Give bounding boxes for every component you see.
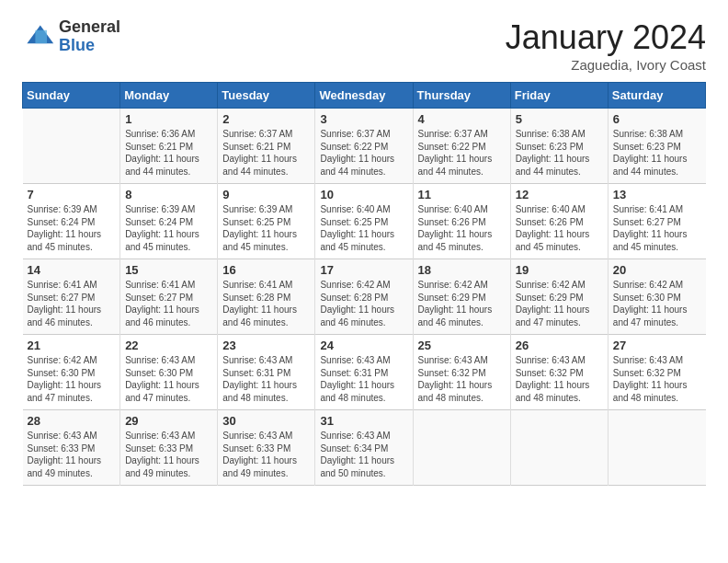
location-title: Zaguedia, Ivory Coast <box>506 57 706 73</box>
calendar-cell: 26Sunrise: 6:43 AMSunset: 6:32 PMDayligh… <box>510 335 608 410</box>
calendar-week-row: 1Sunrise: 6:36 AMSunset: 6:21 PMDaylight… <box>23 109 706 184</box>
month-title: January 2024 <box>506 18 706 57</box>
header: General Blue January 2024 Zaguedia, Ivor… <box>22 18 706 73</box>
day-info: Sunrise: 6:38 AMSunset: 6:23 PMDaylight:… <box>516 128 603 178</box>
day-info: Sunrise: 6:37 AMSunset: 6:22 PMDaylight:… <box>320 128 407 178</box>
calendar-cell <box>510 410 608 486</box>
day-number: 5 <box>516 112 603 126</box>
col-tuesday: Tuesday <box>218 83 315 109</box>
logo-icon <box>22 20 55 53</box>
title-block: January 2024 Zaguedia, Ivory Coast <box>506 18 706 73</box>
day-info: Sunrise: 6:40 AMSunset: 6:25 PMDaylight:… <box>320 203 407 253</box>
day-info: Sunrise: 6:42 AMSunset: 6:30 PMDaylight:… <box>613 279 701 328</box>
day-number: 12 <box>516 188 603 201</box>
day-info: Sunrise: 6:41 AMSunset: 6:27 PMDaylight:… <box>125 279 212 328</box>
calendar-cell: 25Sunrise: 6:43 AMSunset: 6:32 PMDayligh… <box>413 335 510 410</box>
day-number: 25 <box>418 339 506 352</box>
day-number: 14 <box>28 263 116 277</box>
calendar-cell <box>608 410 705 486</box>
day-info: Sunrise: 6:43 AMSunset: 6:33 PMDaylight:… <box>125 430 212 479</box>
day-info: Sunrise: 6:41 AMSunset: 6:28 PMDaylight:… <box>222 279 310 328</box>
day-number: 31 <box>320 414 407 428</box>
day-info: Sunrise: 6:36 AMSunset: 6:21 PMDaylight:… <box>125 128 212 178</box>
col-friday: Friday <box>510 83 608 109</box>
calendar-cell: 17Sunrise: 6:42 AMSunset: 6:28 PMDayligh… <box>315 259 413 335</box>
calendar-table: Sunday Monday Tuesday Wednesday Thursday… <box>22 82 706 486</box>
day-info: Sunrise: 6:39 AMSunset: 6:24 PMDaylight:… <box>28 203 116 253</box>
day-info: Sunrise: 6:38 AMSunset: 6:23 PMDaylight:… <box>613 128 701 178</box>
calendar-header: Sunday Monday Tuesday Wednesday Thursday… <box>23 83 706 109</box>
col-monday: Monday <box>120 83 218 109</box>
calendar-cell: 2Sunrise: 6:37 AMSunset: 6:21 PMDaylight… <box>218 109 315 184</box>
day-number: 20 <box>613 263 701 277</box>
logo-general-text: General <box>59 18 120 37</box>
day-info: Sunrise: 6:43 AMSunset: 6:31 PMDaylight:… <box>222 354 310 404</box>
logo-text: General Blue <box>59 18 120 55</box>
day-number: 19 <box>516 263 603 277</box>
day-number: 21 <box>28 339 116 352</box>
day-info: Sunrise: 6:39 AMSunset: 6:25 PMDaylight:… <box>222 203 310 253</box>
svg-marker-1 <box>35 30 47 43</box>
day-info: Sunrise: 6:42 AMSunset: 6:28 PMDaylight:… <box>320 279 407 328</box>
calendar-cell: 13Sunrise: 6:41 AMSunset: 6:27 PMDayligh… <box>608 184 705 259</box>
calendar-cell: 14Sunrise: 6:41 AMSunset: 6:27 PMDayligh… <box>23 259 120 335</box>
calendar-cell: 15Sunrise: 6:41 AMSunset: 6:27 PMDayligh… <box>120 259 218 335</box>
day-info: Sunrise: 6:43 AMSunset: 6:31 PMDaylight:… <box>320 354 407 404</box>
day-number: 1 <box>125 112 212 126</box>
day-number: 24 <box>320 339 407 352</box>
calendar-cell: 3Sunrise: 6:37 AMSunset: 6:22 PMDaylight… <box>315 109 413 184</box>
col-saturday: Saturday <box>608 83 705 109</box>
calendar-cell: 29Sunrise: 6:43 AMSunset: 6:33 PMDayligh… <box>120 410 218 486</box>
day-number: 3 <box>320 112 407 126</box>
day-number: 15 <box>125 263 212 277</box>
calendar-week-row: 21Sunrise: 6:42 AMSunset: 6:30 PMDayligh… <box>23 335 706 410</box>
day-info: Sunrise: 6:42 AMSunset: 6:29 PMDaylight:… <box>516 279 603 328</box>
day-info: Sunrise: 6:42 AMSunset: 6:30 PMDaylight:… <box>28 354 116 404</box>
day-info: Sunrise: 6:43 AMSunset: 6:34 PMDaylight:… <box>320 430 407 479</box>
calendar-cell: 7Sunrise: 6:39 AMSunset: 6:24 PMDaylight… <box>23 184 120 259</box>
calendar-week-row: 7Sunrise: 6:39 AMSunset: 6:24 PMDaylight… <box>23 184 706 259</box>
day-info: Sunrise: 6:40 AMSunset: 6:26 PMDaylight:… <box>516 203 603 253</box>
calendar-cell: 9Sunrise: 6:39 AMSunset: 6:25 PMDaylight… <box>218 184 315 259</box>
day-number: 9 <box>222 188 310 201</box>
calendar-cell: 21Sunrise: 6:42 AMSunset: 6:30 PMDayligh… <box>23 335 120 410</box>
day-number: 10 <box>320 188 407 201</box>
calendar-cell: 16Sunrise: 6:41 AMSunset: 6:28 PMDayligh… <box>218 259 315 335</box>
calendar-cell: 1Sunrise: 6:36 AMSunset: 6:21 PMDaylight… <box>120 109 218 184</box>
day-number: 26 <box>516 339 603 352</box>
day-number: 22 <box>125 339 212 352</box>
calendar-cell: 24Sunrise: 6:43 AMSunset: 6:31 PMDayligh… <box>315 335 413 410</box>
calendar-cell: 19Sunrise: 6:42 AMSunset: 6:29 PMDayligh… <box>510 259 608 335</box>
calendar-cell: 28Sunrise: 6:43 AMSunset: 6:33 PMDayligh… <box>23 410 120 486</box>
day-info: Sunrise: 6:37 AMSunset: 6:22 PMDaylight:… <box>418 128 506 178</box>
calendar-cell: 23Sunrise: 6:43 AMSunset: 6:31 PMDayligh… <box>218 335 315 410</box>
calendar-cell: 27Sunrise: 6:43 AMSunset: 6:32 PMDayligh… <box>608 335 705 410</box>
day-info: Sunrise: 6:42 AMSunset: 6:29 PMDaylight:… <box>418 279 506 328</box>
day-number: 4 <box>418 112 506 126</box>
day-info: Sunrise: 6:43 AMSunset: 6:33 PMDaylight:… <box>28 430 116 479</box>
calendar-cell: 6Sunrise: 6:38 AMSunset: 6:23 PMDaylight… <box>608 109 705 184</box>
day-info: Sunrise: 6:43 AMSunset: 6:30 PMDaylight:… <box>125 354 212 404</box>
calendar-cell: 30Sunrise: 6:43 AMSunset: 6:33 PMDayligh… <box>218 410 315 486</box>
day-info: Sunrise: 6:37 AMSunset: 6:21 PMDaylight:… <box>222 128 310 178</box>
day-number: 16 <box>222 263 310 277</box>
day-number: 23 <box>222 339 310 352</box>
calendar-cell: 18Sunrise: 6:42 AMSunset: 6:29 PMDayligh… <box>413 259 510 335</box>
day-info: Sunrise: 6:43 AMSunset: 6:33 PMDaylight:… <box>222 430 310 479</box>
day-info: Sunrise: 6:43 AMSunset: 6:32 PMDaylight:… <box>418 354 506 404</box>
calendar-cell: 4Sunrise: 6:37 AMSunset: 6:22 PMDaylight… <box>413 109 510 184</box>
day-number: 18 <box>418 263 506 277</box>
col-wednesday: Wednesday <box>315 83 413 109</box>
day-info: Sunrise: 6:43 AMSunset: 6:32 PMDaylight:… <box>516 354 603 404</box>
page: General Blue January 2024 Zaguedia, Ivor… <box>0 0 728 563</box>
calendar-cell: 10Sunrise: 6:40 AMSunset: 6:25 PMDayligh… <box>315 184 413 259</box>
day-info: Sunrise: 6:39 AMSunset: 6:24 PMDaylight:… <box>125 203 212 253</box>
logo: General Blue <box>22 18 120 55</box>
header-row: Sunday Monday Tuesday Wednesday Thursday… <box>23 83 706 109</box>
calendar-body: 1Sunrise: 6:36 AMSunset: 6:21 PMDaylight… <box>23 109 706 486</box>
calendar-cell: 31Sunrise: 6:43 AMSunset: 6:34 PMDayligh… <box>315 410 413 486</box>
calendar-cell: 8Sunrise: 6:39 AMSunset: 6:24 PMDaylight… <box>120 184 218 259</box>
day-number: 30 <box>222 414 310 428</box>
calendar-week-row: 14Sunrise: 6:41 AMSunset: 6:27 PMDayligh… <box>23 259 706 335</box>
col-thursday: Thursday <box>413 83 510 109</box>
